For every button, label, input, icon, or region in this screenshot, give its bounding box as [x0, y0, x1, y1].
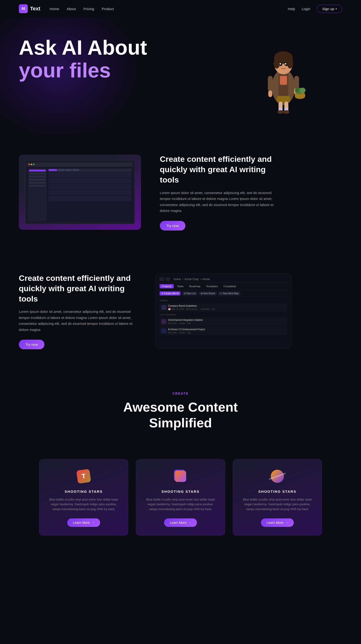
learn-more-arrow-icon: →: [188, 521, 191, 524]
last-modified-label: LAST MODIFIED: [160, 314, 287, 316]
svg-point-12: [285, 63, 287, 64]
learn-more-arrow-icon: →: [285, 521, 288, 524]
navbar-right: Help Login Sign up ▾: [288, 5, 342, 13]
navbar-left: AI Text Home About Pricing Product: [19, 4, 114, 13]
card-2-icon: [173, 469, 188, 484]
card-3-desc: Blue bottle crucifix vinyl post-ironic f…: [240, 497, 314, 512]
item-icon: [161, 328, 166, 333]
feature2-description: Lorem ipsum dolor sit amet, consectetur …: [19, 308, 136, 332]
feature-text-2: Create content efficiently and quickly w…: [19, 273, 136, 350]
ai-logo-icon: AI: [19, 4, 28, 13]
pinned-label: PINNED: [160, 300, 287, 302]
card-1-desc: Blue bottle crucifix vinyl post-ironic f…: [47, 497, 121, 512]
acme-corp-label: Acme Corp: [184, 278, 199, 281]
create-label: CREATE: [19, 392, 342, 396]
nav-links: Home About Pricing Product: [50, 7, 114, 11]
signup-button[interactable]: Sign up ▾: [317, 5, 342, 13]
item-icon: [161, 319, 166, 324]
logo: AI Text: [19, 4, 40, 13]
tab-projects: Projects: [160, 284, 174, 288]
nav-home[interactable]: Home: [50, 7, 59, 11]
svg-rect-8: [274, 58, 293, 62]
tab-tasks: Tasks: [175, 284, 186, 288]
nav-product[interactable]: Product: [102, 7, 114, 11]
feature-section-1: Create content efficiently and quickly w…: [0, 135, 361, 254]
tab-roadmap: Roadmap: [187, 284, 203, 288]
svg-point-27: [277, 110, 284, 114]
card-3-learn-more-btn[interactable]: Learn More →: [261, 518, 294, 527]
svg-rect-14: [268, 90, 272, 97]
feature1-description: Lorem ipsum dolor sit amet, consectetur …: [160, 190, 277, 214]
feature-screenshot-2: home › Acme Corp › Home Projects Tasks R…: [155, 273, 292, 348]
list-item: Company Brand Guidelines 📅 May 13, 2023 …: [160, 303, 287, 312]
screenshot2-items: PINNED Company Brand Guidelines 📅 May 13…: [158, 297, 289, 336]
feature-screenshot-1: [19, 154, 141, 230]
svg-point-28: [283, 110, 290, 114]
card-2: SHOOTING STARS Blue bottle crucifix viny…: [136, 459, 225, 536]
screenshot2-fwd-btn: [165, 277, 170, 281]
card-3: SHOOTING STARS Blue bottle crucifix viny…: [233, 459, 322, 536]
brand-name: Text: [30, 6, 40, 12]
feature-section-2: Create content efficiently and quickly w…: [0, 254, 361, 373]
hero-title: Ask AI About your files: [19, 36, 183, 82]
new-list-btn: ☰ New List: [182, 292, 197, 296]
new-mindmap-btn: ⬡ New Mind Map: [218, 292, 240, 296]
card-2-learn-more-btn[interactable]: Learn More →: [164, 518, 197, 527]
nav-about[interactable]: About: [67, 7, 76, 11]
signup-arrow-icon: ▾: [336, 8, 337, 10]
learn-more-arrow-icon: →: [92, 521, 94, 524]
hero-character: [253, 24, 314, 114]
screenshot2-toolbar: ✦ Create with AI ☰ New List ⊞ New Board …: [158, 290, 289, 297]
hero-title-line1: Ask AI About: [19, 36, 147, 59]
new-board-btn: ⊞ New Board: [199, 292, 217, 296]
card-1-title: SHOOTING STARS: [47, 490, 121, 494]
item-icon: [161, 305, 166, 310]
feature-text-1: Create content efficiently and quickly w…: [160, 154, 277, 230]
card-1-icon: T: [76, 469, 91, 484]
nav-login[interactable]: Login: [302, 7, 310, 11]
svg-rect-22: [277, 96, 290, 103]
svg-point-21: [295, 88, 300, 92]
hero-title-line2: your files: [19, 58, 111, 82]
feature1-title: Create content efficiently and quickly w…: [160, 154, 277, 185]
feature2-try-btn[interactable]: Try now: [19, 340, 44, 349]
card-3-icon: [270, 469, 285, 484]
create-section: CREATE Awesome Content Simplified: [0, 373, 361, 459]
screenshot2-breadcrumb: home › Acme Corp › Home: [174, 278, 210, 281]
svg-point-11: [280, 63, 281, 64]
navbar: AI Text Home About Pricing Product Help …: [0, 0, 361, 18]
card-3-title: SHOOTING STARS: [240, 490, 314, 494]
screenshot2-back-btn: [160, 277, 164, 281]
card-2-title: SHOOTING STARS: [144, 490, 217, 494]
feature2-title: Create content efficiently and quickly w…: [19, 273, 136, 304]
create-title: Awesome Content Simplified: [19, 399, 342, 431]
nav-pricing[interactable]: Pricing: [83, 7, 94, 11]
tab-templates: Templates: [204, 284, 220, 288]
list-item: AI-Driven CX Enhancement Project Due Dat…: [160, 327, 287, 335]
create-ai-btn: ✦ Create with AI: [160, 292, 180, 296]
svg-rect-2: [280, 76, 287, 85]
svg-rect-13: [268, 76, 273, 92]
feature1-try-btn[interactable]: Try now: [160, 221, 185, 230]
screenshot2-tabs: Projects Tasks Roadmap Templates Complet…: [158, 283, 289, 290]
svg-point-20: [299, 88, 306, 93]
card-1: T SHOOTING STARS Blue bottle crucifix vi…: [39, 459, 128, 536]
tab-completed: Completed: [221, 284, 238, 288]
nav-help[interactable]: Help: [288, 7, 295, 11]
card-1-learn-more-btn[interactable]: Learn More →: [67, 518, 100, 527]
card-2-desc: Blue bottle crucifix vinyl post-ironic f…: [144, 497, 217, 512]
hero-section: Ask AI About your files: [0, 18, 361, 135]
cards-row: T SHOOTING STARS Blue bottle crucifix vi…: [0, 459, 361, 554]
list-item: Omnichannel Integration Initiative Due D…: [160, 317, 287, 326]
